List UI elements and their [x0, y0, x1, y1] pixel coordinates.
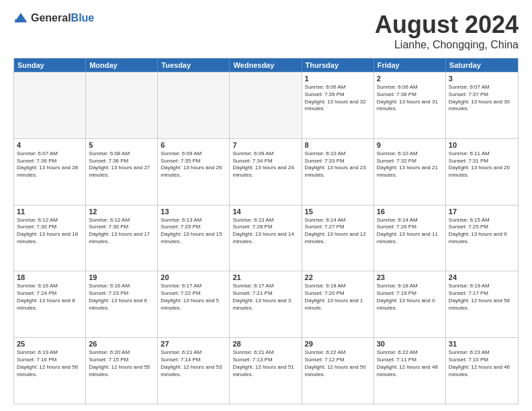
- table-row: 9Sunrise: 6:10 AM Sunset: 7:32 PM Daylig…: [374, 139, 446, 205]
- day-number: 25: [17, 340, 83, 348]
- cell-details: Sunrise: 6:06 AM Sunset: 7:39 PM Dayligh…: [305, 84, 371, 113]
- table-row: 17Sunrise: 6:15 AM Sunset: 7:25 PM Dayli…: [446, 205, 518, 271]
- cell-details: Sunrise: 6:22 AM Sunset: 7:12 PM Dayligh…: [305, 349, 371, 378]
- header: GeneralBlue August 2024 Lianhe, Chongqin…: [13, 11, 519, 51]
- table-row: 3Sunrise: 6:07 AM Sunset: 7:37 PM Daylig…: [446, 73, 518, 138]
- day-number: 23: [377, 273, 443, 281]
- day-number: 2: [377, 75, 443, 83]
- day-number: 30: [377, 340, 443, 348]
- day-number: 3: [449, 75, 515, 83]
- table-row: 14Sunrise: 6:13 AM Sunset: 7:28 PM Dayli…: [230, 205, 302, 271]
- day-number: 15: [305, 208, 371, 216]
- day-number: 14: [232, 208, 298, 216]
- day-number: 13: [161, 208, 226, 216]
- table-row: 29Sunrise: 6:22 AM Sunset: 7:12 PM Dayli…: [302, 338, 374, 404]
- cell-details: Sunrise: 6:14 AM Sunset: 7:27 PM Dayligh…: [305, 217, 371, 246]
- cell-details: Sunrise: 6:13 AM Sunset: 7:28 PM Dayligh…: [232, 217, 298, 246]
- col-wednesday: Wednesday: [230, 58, 302, 72]
- table-row: 26Sunrise: 6:20 AM Sunset: 7:15 PM Dayli…: [86, 338, 158, 404]
- cell-details: Sunrise: 6:16 AM Sunset: 7:23 PM Dayligh…: [89, 283, 154, 312]
- cell-details: Sunrise: 6:18 AM Sunset: 7:19 PM Dayligh…: [377, 283, 443, 312]
- subtitle: Lianhe, Chongqing, China: [375, 39, 519, 51]
- cell-details: Sunrise: 6:19 AM Sunset: 7:17 PM Dayligh…: [449, 283, 515, 312]
- table-row: 21Sunrise: 6:17 AM Sunset: 7:21 PM Dayli…: [230, 271, 302, 337]
- col-friday: Friday: [374, 58, 446, 72]
- table-row: [14, 73, 86, 138]
- cell-details: Sunrise: 6:09 AM Sunset: 7:34 PM Dayligh…: [232, 150, 298, 179]
- table-row: 18Sunrise: 6:16 AM Sunset: 7:24 PM Dayli…: [14, 271, 86, 337]
- table-row: 22Sunrise: 6:18 AM Sunset: 7:20 PM Dayli…: [302, 271, 374, 337]
- logo-icon: [13, 11, 28, 26]
- col-tuesday: Tuesday: [158, 58, 230, 72]
- day-number: 21: [232, 273, 298, 281]
- day-number: 19: [89, 273, 154, 281]
- day-number: 9: [377, 141, 443, 149]
- calendar-row-2: 11Sunrise: 6:12 AM Sunset: 7:30 PM Dayli…: [14, 205, 518, 271]
- calendar-body: 1Sunrise: 6:06 AM Sunset: 7:39 PM Daylig…: [14, 72, 518, 404]
- cell-details: Sunrise: 6:06 AM Sunset: 7:38 PM Dayligh…: [377, 84, 443, 113]
- day-number: 11: [17, 208, 83, 216]
- day-number: 20: [161, 273, 226, 281]
- day-number: 10: [449, 141, 515, 149]
- day-number: 5: [89, 141, 154, 149]
- cell-details: Sunrise: 6:11 AM Sunset: 7:31 PM Dayligh…: [449, 150, 515, 179]
- cell-details: Sunrise: 6:22 AM Sunset: 7:11 PM Dayligh…: [377, 349, 443, 378]
- logo-area: GeneralBlue: [13, 11, 94, 26]
- table-row: 23Sunrise: 6:18 AM Sunset: 7:19 PM Dayli…: [374, 271, 446, 337]
- table-row: 27Sunrise: 6:21 AM Sunset: 7:14 PM Dayli…: [158, 338, 230, 404]
- main-title: August 2024: [375, 11, 519, 39]
- cell-details: Sunrise: 6:09 AM Sunset: 7:35 PM Dayligh…: [161, 150, 226, 179]
- day-number: 28: [232, 340, 298, 348]
- day-number: 22: [305, 273, 371, 281]
- table-row: 5Sunrise: 6:08 AM Sunset: 7:36 PM Daylig…: [86, 139, 158, 205]
- day-number: 29: [305, 340, 371, 348]
- table-row: 20Sunrise: 6:17 AM Sunset: 7:22 PM Dayli…: [158, 271, 230, 337]
- cell-details: Sunrise: 6:08 AM Sunset: 7:36 PM Dayligh…: [89, 150, 154, 179]
- logo-general: General: [31, 12, 71, 24]
- table-row: 10Sunrise: 6:11 AM Sunset: 7:31 PM Dayli…: [446, 139, 518, 205]
- cell-details: Sunrise: 6:15 AM Sunset: 7:25 PM Dayligh…: [449, 217, 515, 246]
- table-row: 15Sunrise: 6:14 AM Sunset: 7:27 PM Dayli…: [302, 205, 374, 271]
- calendar-row-4: 25Sunrise: 6:19 AM Sunset: 7:16 PM Dayli…: [14, 337, 518, 404]
- table-row: 19Sunrise: 6:16 AM Sunset: 7:23 PM Dayli…: [86, 271, 158, 337]
- table-row: 6Sunrise: 6:09 AM Sunset: 7:35 PM Daylig…: [158, 139, 230, 205]
- logo-blue: Blue: [71, 12, 95, 24]
- cell-details: Sunrise: 6:10 AM Sunset: 7:33 PM Dayligh…: [305, 150, 371, 179]
- table-row: 2Sunrise: 6:06 AM Sunset: 7:38 PM Daylig…: [374, 73, 446, 138]
- table-row: 4Sunrise: 6:07 AM Sunset: 7:36 PM Daylig…: [14, 139, 86, 205]
- cell-details: Sunrise: 6:17 AM Sunset: 7:21 PM Dayligh…: [232, 283, 298, 312]
- table-row: 11Sunrise: 6:12 AM Sunset: 7:30 PM Dayli…: [14, 205, 86, 271]
- calendar-header: Sunday Monday Tuesday Wednesday Thursday…: [14, 58, 518, 72]
- day-number: 12: [89, 208, 154, 216]
- table-row: 24Sunrise: 6:19 AM Sunset: 7:17 PM Dayli…: [446, 271, 518, 337]
- day-number: 17: [449, 208, 515, 216]
- col-sunday: Sunday: [14, 58, 86, 72]
- logo: GeneralBlue: [13, 11, 94, 26]
- cell-details: Sunrise: 6:20 AM Sunset: 7:15 PM Dayligh…: [89, 349, 154, 378]
- cell-details: Sunrise: 6:17 AM Sunset: 7:22 PM Dayligh…: [161, 283, 226, 312]
- cell-details: Sunrise: 6:13 AM Sunset: 7:29 PM Dayligh…: [161, 217, 226, 246]
- table-row: 8Sunrise: 6:10 AM Sunset: 7:33 PM Daylig…: [302, 139, 374, 205]
- day-number: 7: [232, 141, 298, 149]
- cell-details: Sunrise: 6:23 AM Sunset: 7:10 PM Dayligh…: [449, 349, 515, 378]
- day-number: 18: [17, 273, 83, 281]
- day-number: 8: [305, 141, 371, 149]
- calendar-row-0: 1Sunrise: 6:06 AM Sunset: 7:39 PM Daylig…: [14, 72, 518, 138]
- cell-details: Sunrise: 6:21 AM Sunset: 7:14 PM Dayligh…: [161, 349, 226, 378]
- table-row: 12Sunrise: 6:12 AM Sunset: 7:30 PM Dayli…: [86, 205, 158, 271]
- cell-details: Sunrise: 6:14 AM Sunset: 7:26 PM Dayligh…: [377, 217, 443, 246]
- cell-details: Sunrise: 6:18 AM Sunset: 7:20 PM Dayligh…: [305, 283, 371, 312]
- table-row: 13Sunrise: 6:13 AM Sunset: 7:29 PM Dayli…: [158, 205, 230, 271]
- title-area: August 2024 Lianhe, Chongqing, China: [375, 11, 519, 51]
- table-row: 30Sunrise: 6:22 AM Sunset: 7:11 PM Dayli…: [374, 338, 446, 404]
- day-number: 6: [161, 141, 226, 149]
- day-number: 27: [161, 340, 226, 348]
- table-row: 16Sunrise: 6:14 AM Sunset: 7:26 PM Dayli…: [374, 205, 446, 271]
- cell-details: Sunrise: 6:12 AM Sunset: 7:30 PM Dayligh…: [17, 217, 83, 246]
- cell-details: Sunrise: 6:10 AM Sunset: 7:32 PM Dayligh…: [377, 150, 443, 179]
- cell-details: Sunrise: 6:21 AM Sunset: 7:13 PM Dayligh…: [232, 349, 298, 378]
- table-row: [158, 73, 230, 138]
- day-number: 1: [305, 75, 371, 83]
- cell-details: Sunrise: 6:16 AM Sunset: 7:24 PM Dayligh…: [17, 283, 83, 312]
- table-row: 1Sunrise: 6:06 AM Sunset: 7:39 PM Daylig…: [302, 73, 374, 138]
